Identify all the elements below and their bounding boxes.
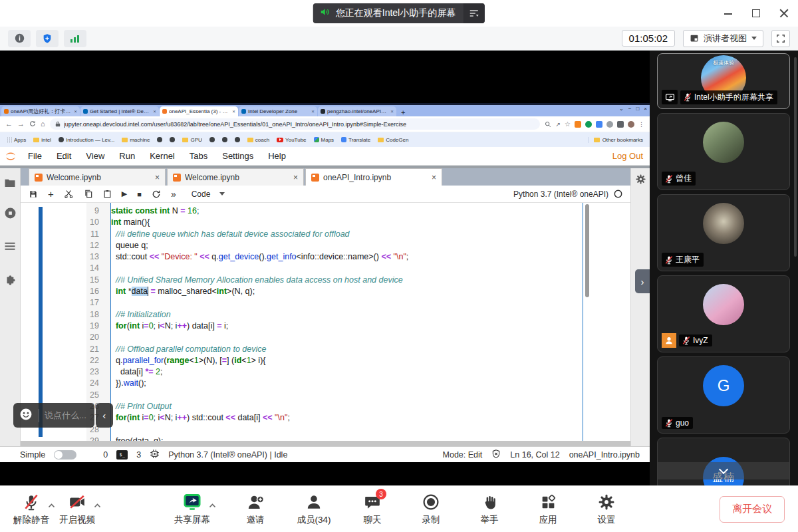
code-line[interactable]: 19 for(int i=0; i<N; i++) data[i] = i; xyxy=(21,321,630,332)
terminals-count[interactable]: 0 xyxy=(103,450,108,460)
simple-mode-toggle[interactable] xyxy=(54,450,76,460)
toolbar-button-cam-off[interactable]: 开启视频 xyxy=(57,492,98,526)
participant-tile[interactable]: 王康平 xyxy=(657,194,790,271)
toolbar-button-gear[interactable]: 设置 xyxy=(586,492,627,526)
new-tab-button[interactable]: + xyxy=(397,108,409,116)
menu-item-kernel[interactable]: Kernel xyxy=(142,151,182,161)
code-line[interactable]: 9static const int N = 16; xyxy=(21,205,630,217)
bookmark-item[interactable] xyxy=(222,137,227,142)
bookmark-item[interactable]: Maps xyxy=(314,137,334,143)
toolbar-button-record[interactable]: 录制 xyxy=(410,492,452,526)
extension-icon[interactable] xyxy=(606,121,613,128)
notebook-tab-close-icon[interactable]: × xyxy=(293,173,298,182)
toolbar-button-apps[interactable]: 应用 xyxy=(527,492,569,526)
bookmark-item[interactable]: Introduction — Lev... xyxy=(59,137,114,143)
bookmark-item[interactable] xyxy=(209,137,215,142)
quick-chat-input[interactable]: 说点什么... xyxy=(13,403,94,428)
other-bookmarks[interactable]: Other bookmarks xyxy=(588,137,643,143)
menu-item-settings[interactable]: Settings xyxy=(215,151,261,161)
editor-horizontal-scrollbar[interactable] xyxy=(21,441,630,446)
tab-close-icon[interactable]: × xyxy=(390,108,394,114)
editor-vertical-scrollbar[interactable] xyxy=(585,204,589,297)
menu-item-tabs[interactable]: Tabs xyxy=(182,151,215,161)
code-line[interactable]: 25 xyxy=(21,390,630,401)
cell-type-dropdown[interactable]: Code xyxy=(192,190,225,199)
extension-icon[interactable] xyxy=(575,121,581,128)
close-button[interactable] xyxy=(779,9,789,18)
notebook-tab[interactable]: Welcome.ipynb× xyxy=(29,168,166,186)
code-line[interactable]: 20 xyxy=(21,332,630,343)
kernel-name[interactable]: Python 3.7 (Intel® oneAPI) xyxy=(513,190,608,199)
bookmark-item[interactable]: Translate xyxy=(341,137,370,143)
kernels-count[interactable]: 3 xyxy=(136,450,141,460)
leave-meeting-button[interactable]: 离开会议 xyxy=(720,496,785,523)
participant-tile[interactable]: 极速体验Intel小助手的屏幕共享 xyxy=(657,53,790,109)
extension-icon[interactable] xyxy=(596,121,602,128)
browser-window-controls[interactable]: ⌄−□× xyxy=(619,106,647,112)
browser-tab[interactable]: oneAPI周边好礼：打卡1介绍_阿× xyxy=(1,106,80,116)
code-line[interactable]: 15 //# Unified Shared Memory Allocation … xyxy=(21,275,630,286)
panel-expander-handle[interactable]: › xyxy=(635,269,650,293)
toolbar-button-invite[interactable]: 邀请 xyxy=(235,492,276,526)
scroll-down-hint[interactable] xyxy=(658,462,789,479)
minimize-button[interactable] xyxy=(724,9,733,18)
code-line[interactable]: 17 xyxy=(21,297,630,309)
kernel-status-text[interactable]: Python 3.7 (Intel® oneAPI) | Idle xyxy=(168,450,287,460)
chevron-up-icon[interactable] xyxy=(94,499,101,511)
extension-icon[interactable] xyxy=(585,121,592,128)
save-icon[interactable] xyxy=(29,190,38,199)
menu-item-file[interactable]: File xyxy=(21,151,49,161)
stop-kernel-icon[interactable]: ■ xyxy=(137,190,142,198)
chevron-up-icon[interactable] xyxy=(48,499,55,511)
puzzle-extensions-icon[interactable] xyxy=(617,121,624,128)
code-line[interactable]: 22 q.parallel_for(range<1>(N), [=] (id<1… xyxy=(21,355,630,366)
bookmark-item[interactable]: machine xyxy=(122,137,150,143)
toolbar-button-hand[interactable]: 举手 xyxy=(469,492,510,526)
reload-icon[interactable] xyxy=(29,120,36,128)
browser-menu-icon[interactable]: ⋮ xyxy=(638,121,644,128)
browser-tab[interactable]: Intel Developer Zone× xyxy=(239,106,317,116)
maximize-button[interactable] xyxy=(751,9,761,18)
tab-close-icon[interactable]: × xyxy=(232,108,235,114)
cursor-position[interactable]: Ln 16, Col 12 xyxy=(510,450,559,460)
zoom-icon[interactable] xyxy=(545,121,551,128)
bookmark-item[interactable]: YouTube xyxy=(277,137,306,143)
participant-tile[interactable]: IvyZ xyxy=(657,275,790,352)
bookmark-item[interactable]: CodeGen xyxy=(378,137,408,143)
menu-item-view[interactable]: View xyxy=(78,151,112,161)
run-cell-icon[interactable]: ▶ xyxy=(122,190,127,198)
notebook-tab-close-icon[interactable]: × xyxy=(432,173,436,182)
bookmark-item[interactable]: Apps xyxy=(7,137,26,143)
toolbar-button-share-screen[interactable]: 共享屏幕 xyxy=(172,492,213,526)
code-line[interactable]: 10int main(){ xyxy=(21,217,630,228)
cut-cells-icon[interactable] xyxy=(64,189,74,199)
security-shield-icon[interactable] xyxy=(36,30,59,47)
code-line[interactable]: 13 std::cout << "Device: " << q.get_devi… xyxy=(21,251,630,263)
code-line[interactable]: 11 //# define queue which has default de… xyxy=(21,229,630,240)
code-line[interactable]: 14 xyxy=(21,263,630,274)
participant-tile[interactable]: Gguo xyxy=(657,356,790,434)
menu-item-edit[interactable]: Edit xyxy=(49,151,78,161)
bookmark-item[interactable]: coach xyxy=(247,137,269,143)
emoji-smiley-icon[interactable] xyxy=(19,407,33,424)
browser-extension-icons[interactable]: ↗ ☆ ⋮ xyxy=(545,120,644,128)
forward-icon[interactable]: → xyxy=(17,120,25,128)
fullscreen-button[interactable] xyxy=(771,30,790,47)
menu-item-run[interactable]: Run xyxy=(112,151,142,161)
notebook-tab-close-icon[interactable]: × xyxy=(155,173,160,182)
file-browser-icon[interactable] xyxy=(4,178,16,191)
address-field[interactable]: jupyter.oneapi.devcloud.intel.com/user/u… xyxy=(50,118,541,130)
collapse-chat-icon[interactable]: ‹ xyxy=(96,403,113,428)
share-page-icon[interactable]: ↗ xyxy=(555,121,561,128)
notebook-tab[interactable]: Welcome.ipynb× xyxy=(167,168,304,186)
share-banner-menu-icon[interactable] xyxy=(464,3,485,23)
property-inspector-gear-icon[interactable] xyxy=(631,174,650,185)
home-icon[interactable]: ⌂ xyxy=(41,120,45,128)
chevron-up-icon[interactable] xyxy=(209,499,216,511)
browser-tab[interactable]: Get Started | Intel® DevCloud× xyxy=(80,106,159,116)
notebook-tab[interactable]: oneAPI_Intro.ipynb× xyxy=(305,168,442,186)
menu-item-help[interactable]: Help xyxy=(261,151,293,161)
bookmark-item[interactable] xyxy=(157,137,162,142)
profile-avatar[interactable] xyxy=(628,121,634,128)
code-line[interactable]: 24 }).wait(); xyxy=(21,378,630,389)
